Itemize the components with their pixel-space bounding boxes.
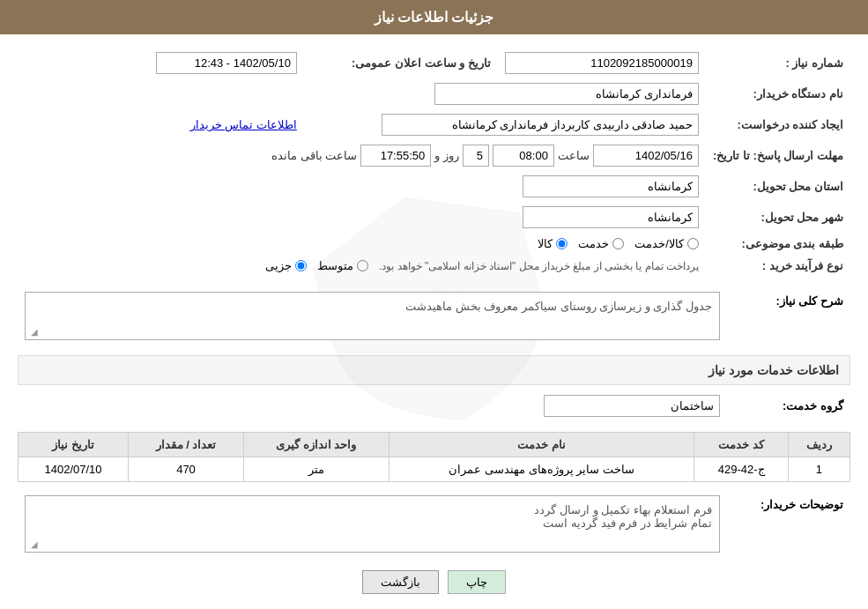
days-post-label: ساعت باقی مانده: [271, 149, 357, 162]
purchase-type-label: نوع فرآیند خرید :: [706, 255, 850, 277]
type-payment-note: پرداخت تمام یا بخشی از مبلغ خریداز محل "…: [379, 260, 699, 272]
need-number-label: شماره نیاز :: [706, 48, 850, 78]
unit-cell: متر: [243, 457, 389, 482]
days-input[interactable]: [463, 145, 489, 167]
description-text: جدول گذاری و زیرسازی روستای سیاکمر معروف…: [405, 300, 712, 313]
city-input[interactable]: [523, 206, 699, 228]
days-pre-label: روز و: [434, 149, 459, 162]
response-deadline-label: مهلت ارسال پاسخ: تا تاریخ:: [706, 140, 850, 171]
table-row: 1 ج-42-429 ساخت سایر پروژه‌های مهندسی عم…: [19, 457, 850, 482]
description-box: جدول گذاری و زیرسازی روستای سیاکمر معروف…: [25, 292, 720, 340]
deadline-time-input[interactable]: [493, 145, 554, 167]
province-label: استان محل تحویل:: [706, 171, 850, 202]
col-row-num: ردیف: [788, 433, 849, 457]
services-table: ردیف کد خدمت نام خدمت واحد اندازه گیری ت…: [18, 432, 850, 482]
buyer-notes-box: فرم استعلام بهاء تکمیل و ارسال گردد تمام…: [25, 495, 720, 553]
time-label: ساعت: [558, 149, 590, 162]
type-medium-label: متوسط: [317, 259, 353, 272]
services-section-header: اطلاعات خدمات مورد نیاز: [18, 355, 850, 385]
province-input[interactable]: [523, 175, 699, 197]
buyer-org-input[interactable]: [434, 83, 699, 105]
announcement-label: تاریخ و ساعت اعلان عمومی:: [304, 48, 498, 78]
creator-label: ایجاد کننده درخواست:: [706, 109, 850, 140]
buyer-notes-line1: فرم استعلام بهاء تکمیل و ارسال گردد: [33, 503, 712, 516]
button-row: چاپ بازگشت: [18, 570, 850, 594]
service-group-label: گروه خدمت:: [783, 399, 843, 412]
cat-service-label: خدمت: [578, 237, 609, 250]
payment-note-text: پرداخت تمام یا بخشی از مبلغ خریداز محل "…: [379, 260, 699, 272]
need-number-input[interactable]: [505, 52, 699, 74]
cat-goods-service-label: کالا/خدمت: [634, 237, 684, 250]
page-title: جزئیات اطلاعات نیاز: [375, 10, 494, 25]
announcement-input[interactable]: [156, 52, 297, 74]
buyer-notes-label: توضیحات خریدار:: [760, 498, 843, 511]
row-num-cell: 1: [788, 457, 849, 482]
notes-resize-handle[interactable]: ◢: [27, 539, 38, 550]
cat-goods-label: کالا: [538, 237, 553, 250]
contact-link[interactable]: اطلاعات تماس خریدار: [190, 118, 297, 131]
cat-goods-service-option[interactable]: کالا/خدمت: [634, 237, 699, 250]
service-code-cell: ج-42-429: [694, 457, 788, 482]
need-date-cell: 1402/07/10: [19, 457, 129, 482]
back-button[interactable]: بازگشت: [362, 570, 439, 594]
type-partial-label: جزیی: [265, 259, 292, 272]
creator-input[interactable]: [382, 114, 699, 136]
description-label: شرح کلی نیاز:: [775, 294, 843, 308]
category-label: طبقه بندی موضوعی:: [706, 233, 850, 255]
time-remaining-input[interactable]: [360, 145, 431, 167]
city-label: شهر محل تحویل:: [706, 202, 850, 233]
service-name-cell: ساخت سایر پروژه‌های مهندسی عمران: [389, 457, 694, 482]
type-medium-option[interactable]: متوسط: [317, 259, 368, 272]
service-group-input[interactable]: [544, 395, 720, 417]
col-service-code: کد خدمت: [694, 433, 788, 457]
resize-handle[interactable]: ◢: [27, 327, 38, 338]
col-need-date: تاریخ نیاز: [19, 433, 129, 457]
buyer-notes-line2: تمام شرایط در فرم فید گردیه است: [33, 516, 712, 530]
print-button[interactable]: چاپ: [448, 570, 506, 594]
col-service-name: نام خدمت: [389, 433, 694, 457]
deadline-date-input[interactable]: [593, 145, 699, 167]
col-unit: واحد اندازه گیری: [243, 433, 389, 457]
cat-goods-option[interactable]: کالا: [538, 237, 568, 250]
cat-service-option[interactable]: خدمت: [578, 237, 624, 250]
buyer-org-label: نام دستگاه خریدار:: [706, 78, 850, 109]
type-partial-option[interactable]: جزیی: [265, 259, 307, 272]
col-quantity: تعداد / مقدار: [129, 433, 244, 457]
page-header: جزئیات اطلاعات نیاز: [0, 0, 868, 34]
quantity-cell: 470: [129, 457, 244, 482]
